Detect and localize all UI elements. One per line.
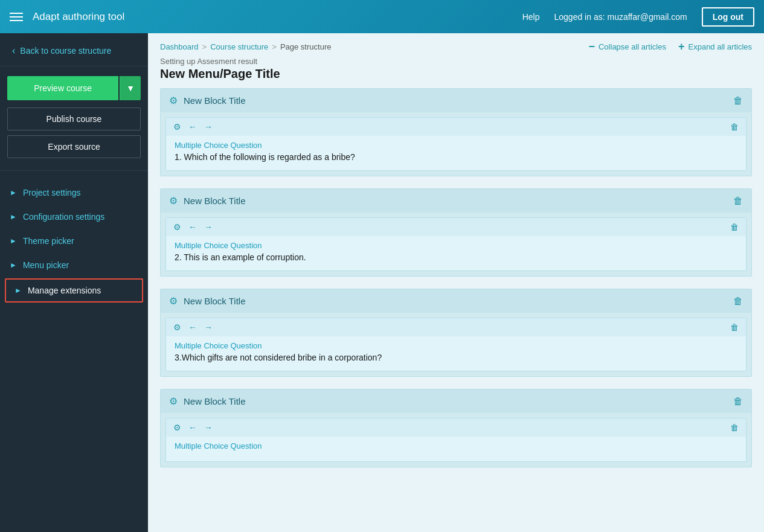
hamburger-menu[interactable] xyxy=(10,13,23,21)
block-3-title: New Block Title xyxy=(184,296,246,306)
sidebar: ‹ Back to course structure Preview cours… xyxy=(0,33,148,532)
block-2-header: ⚙ New Block Title 🗑 xyxy=(161,189,751,213)
component-4-gear-icon[interactable]: ⚙ xyxy=(173,423,181,432)
preview-group: Preview course ▼ xyxy=(7,76,141,100)
block-3-gear-icon[interactable]: ⚙ xyxy=(169,295,178,307)
breadcrumb-actions: − Collapse all articles + Expand all art… xyxy=(588,40,752,53)
breadcrumb-course-structure[interactable]: Course structure xyxy=(210,42,268,51)
block-2: ⚙ New Block Title 🗑 ⚙ ← → 🗑 xyxy=(160,188,752,277)
component-2-right-arrow-icon[interactable]: → xyxy=(204,222,213,232)
component-1-right-arrow-icon[interactable]: → xyxy=(204,122,213,132)
component-1-type: Multiple Choice Question xyxy=(175,141,737,150)
block-1-component: ⚙ ← → 🗑 Multiple Choice Question 1. Whic… xyxy=(165,117,746,171)
content-area: Dashboard > Course structure > Page stru… xyxy=(148,33,764,532)
plus-icon: + xyxy=(678,40,685,53)
block-4-component-body: Multiple Choice Question xyxy=(166,437,746,461)
back-to-course-structure[interactable]: ‹ Back to course structure xyxy=(0,33,148,66)
logout-button[interactable]: Log out xyxy=(702,7,754,27)
breadcrumb-dashboard[interactable]: Dashboard xyxy=(160,42,199,51)
component-1-question: 1. Which of the following is regarded as… xyxy=(175,152,737,162)
block-2-gear-icon[interactable]: ⚙ xyxy=(169,195,178,207)
component-3-delete-icon[interactable]: 🗑 xyxy=(730,322,739,332)
component-2-delete-icon[interactable]: 🗑 xyxy=(730,222,739,232)
user-label: Logged in as: muzaffar@gmail.com xyxy=(554,12,687,22)
chevron-right-icon: ► xyxy=(10,237,17,245)
block-3-component-toolbar: ⚙ ← → 🗑 xyxy=(166,318,746,336)
component-2-left-arrow-icon[interactable]: ← xyxy=(188,222,197,232)
component-3-type: Multiple Choice Question xyxy=(175,341,737,350)
app-title: Adapt authoring tool xyxy=(33,11,522,23)
component-1-gear-icon[interactable]: ⚙ xyxy=(173,122,181,132)
sidebar-item-theme-picker[interactable]: ► Theme picker xyxy=(0,229,148,253)
component-4-type: Multiple Choice Question xyxy=(175,441,737,450)
block-4-delete-icon[interactable]: 🗑 xyxy=(733,396,743,407)
block-2-component-body: Multiple Choice Question 2. This is an e… xyxy=(166,236,746,271)
block-3-component: ⚙ ← → 🗑 Multiple Choice Question 3.Which… xyxy=(165,318,746,371)
collapse-all-articles[interactable]: − Collapse all articles xyxy=(588,40,666,53)
block-1-component-body: Multiple Choice Question 1. Which of the… xyxy=(166,136,746,170)
page-title-bar: Setting up Assesment result New Menu/Pag… xyxy=(148,56,764,88)
component-2-type: Multiple Choice Question xyxy=(175,241,737,250)
publish-course-button[interactable]: Publish course xyxy=(7,107,141,130)
sidebar-divider xyxy=(0,170,148,171)
block-4-component: ⚙ ← → 🗑 Multiple Choice Question xyxy=(165,418,746,462)
blocks-container: ⚙ New Block Title 🗑 ⚙ ← → 🗑 xyxy=(148,88,764,532)
block-1-gear-icon[interactable]: ⚙ xyxy=(169,95,178,106)
component-2-question: 2. This is an example of corruption. xyxy=(175,252,737,262)
chevron-right-icon: ► xyxy=(10,188,17,197)
block-4-component-toolbar: ⚙ ← → 🗑 xyxy=(166,418,746,437)
sidebar-item-menu-picker[interactable]: ► Menu picker xyxy=(0,253,148,277)
expand-all-articles[interactable]: + Expand all articles xyxy=(678,40,752,53)
block-4-gear-icon[interactable]: ⚙ xyxy=(169,396,178,407)
block-4-title: New Block Title xyxy=(184,396,246,406)
block-1-header: ⚙ New Block Title 🗑 xyxy=(161,89,751,112)
component-3-left-arrow-icon[interactable]: ← xyxy=(188,322,197,332)
component-4-left-arrow-icon[interactable]: ← xyxy=(188,423,197,432)
component-3-right-arrow-icon[interactable]: → xyxy=(204,322,213,332)
block-4-header: ⚙ New Block Title 🗑 xyxy=(161,389,751,413)
sidebar-item-manage-extensions[interactable]: ► Manage extensions xyxy=(5,278,143,303)
block-1-delete-icon[interactable]: 🗑 xyxy=(733,95,743,106)
component-1-delete-icon[interactable]: 🗑 xyxy=(730,122,739,132)
block-2-title: New Block Title xyxy=(184,196,246,206)
breadcrumb-bar: Dashboard > Course structure > Page stru… xyxy=(148,33,764,56)
preview-course-button[interactable]: Preview course xyxy=(7,76,118,100)
breadcrumb-page-structure: Page structure xyxy=(280,42,332,51)
chevron-right-icon: ► xyxy=(10,261,17,269)
block-3-component-body: Multiple Choice Question 3.Which gifts a… xyxy=(166,336,746,371)
preview-dropdown-button[interactable]: ▼ xyxy=(120,76,141,100)
component-4-right-arrow-icon[interactable]: → xyxy=(204,423,213,432)
block-2-delete-icon[interactable]: 🗑 xyxy=(733,196,743,207)
component-2-gear-icon[interactable]: ⚙ xyxy=(173,222,181,232)
help-link[interactable]: Help xyxy=(522,12,540,22)
block-3: ⚙ New Block Title 🗑 ⚙ ← → 🗑 xyxy=(160,289,752,377)
sidebar-item-configuration-settings[interactable]: ► Configuration settings xyxy=(0,205,148,229)
component-1-left-arrow-icon[interactable]: ← xyxy=(188,122,197,132)
block-1-component-toolbar: ⚙ ← → 🗑 xyxy=(166,118,746,136)
block-2-component-toolbar: ⚙ ← → 🗑 xyxy=(166,218,746,236)
block-4: ⚙ New Block Title 🗑 ⚙ ← → 🗑 xyxy=(160,389,752,467)
minus-icon: − xyxy=(588,40,595,53)
component-4-delete-icon[interactable]: 🗑 xyxy=(730,423,739,432)
export-source-button[interactable]: Export source xyxy=(7,135,141,158)
page-subtitle: Setting up Assesment result xyxy=(160,57,752,66)
component-3-gear-icon[interactable]: ⚙ xyxy=(173,322,181,332)
component-3-question: 3.Which gifts are not considered bribe i… xyxy=(175,353,737,362)
page-title: New Menu/Page Title xyxy=(160,67,752,81)
chevron-right-icon: ► xyxy=(14,286,22,295)
breadcrumb: Dashboard > Course structure > Page stru… xyxy=(160,42,331,51)
sidebar-item-project-settings[interactable]: ► Project settings xyxy=(0,181,148,205)
block-1-title: New Block Title xyxy=(184,95,246,106)
block-3-header: ⚙ New Block Title 🗑 xyxy=(161,289,751,313)
chevron-left-icon: ‹ xyxy=(12,45,15,56)
block-1: ⚙ New Block Title 🗑 ⚙ ← → 🗑 xyxy=(160,88,752,176)
main-layout: ‹ Back to course structure Preview cours… xyxy=(0,33,764,532)
block-3-delete-icon[interactable]: 🗑 xyxy=(733,296,743,307)
chevron-right-icon: ► xyxy=(10,213,17,221)
navbar: Adapt authoring tool Help Logged in as: … xyxy=(0,0,764,33)
block-2-component: ⚙ ← → 🗑 Multiple Choice Question 2. This… xyxy=(165,217,746,271)
